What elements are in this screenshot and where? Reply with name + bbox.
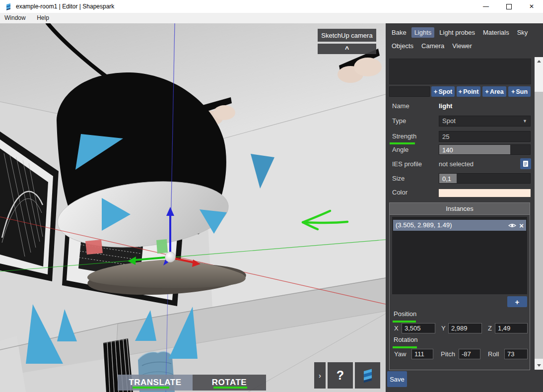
viewport-3d[interactable]: SketchUp camera ^ TRANSLATE ROTATE › ? — [0, 23, 386, 392]
menu-help[interactable]: Help — [32, 13, 54, 23]
maximize-button[interactable] — [497, 0, 520, 13]
sketchup-camera-button[interactable]: SketchUp camera — [318, 29, 376, 42]
gizmo-plane-y[interactable] — [156, 239, 168, 254]
translate-label: TRANSLATE — [129, 378, 181, 388]
instance-coordinates: (3.505, 2.989, 1.49) — [393, 220, 508, 231]
menu-window[interactable]: Window — [0, 13, 30, 23]
rotation-roll-input[interactable] — [504, 349, 528, 359]
tab-light-probes[interactable]: Light probes — [436, 27, 478, 38]
rotation-roll-label: Roll — [488, 350, 499, 358]
window-controls: — ✕ — [475, 0, 543, 13]
add-instance-button[interactable]: + — [507, 296, 527, 307]
triangle-up-icon — [537, 60, 541, 63]
position-modified-underline — [393, 321, 416, 323]
rotate-button[interactable]: ROTATE — [193, 375, 266, 391]
position-z-input[interactable] — [495, 323, 528, 333]
tab-materials[interactable]: Materials — [480, 27, 512, 38]
help-button[interactable]: ? — [328, 362, 353, 389]
plus-icon: + — [511, 88, 515, 95]
instance-row[interactable]: (3.505, 2.989, 1.49) × — [393, 220, 526, 231]
triangle-down-icon — [537, 364, 541, 367]
scrollbar-up-arrow[interactable] — [535, 57, 543, 65]
tab-objects[interactable]: Objects — [389, 41, 416, 51]
tab-viewer[interactable]: Viewer — [449, 41, 475, 51]
add-light-row: +Spot +Point +Area +Sun — [386, 86, 535, 97]
plus-icon: + — [434, 88, 438, 95]
add-area-label: Area — [490, 88, 504, 95]
strength-input[interactable] — [439, 131, 531, 142]
properties-panel: Bake Lights Light probes Materials Sky O… — [386, 23, 543, 392]
rotation-yaw-label: Yaw — [394, 350, 406, 358]
minimize-button[interactable]: — — [475, 0, 497, 13]
add-sun-label: Sun — [516, 88, 528, 95]
titlebar: example-room1 | Editor | Shapespark — ✕ — [0, 0, 543, 13]
panel-scrollbar[interactable] — [535, 57, 543, 370]
translate-button[interactable]: TRANSLATE — [118, 375, 193, 391]
shapespark-logo-button[interactable] — [355, 362, 380, 389]
color-swatch[interactable] — [439, 189, 531, 197]
instances-group: Instances (3.505, 2.989, 1.49) × + Posit… — [389, 202, 530, 370]
close-button[interactable]: ✕ — [520, 0, 543, 13]
shapespark-logo-icon — [360, 367, 375, 384]
rotation-yaw-input[interactable] — [411, 349, 433, 359]
minimize-icon: — — [483, 3, 489, 10]
instances-list[interactable]: (3.505, 2.989, 1.49) × — [392, 217, 527, 294]
plus-icon: + — [459, 88, 463, 95]
tab-camera[interactable]: Camera — [418, 41, 447, 51]
scene-canvas[interactable] — [0, 23, 386, 392]
ies-file-button[interactable] — [520, 158, 531, 169]
panel-expand-button[interactable]: › — [314, 362, 326, 389]
position-y-label: Y — [441, 325, 446, 332]
size-value: 0,1 — [442, 175, 451, 183]
help-icon: ? — [337, 368, 344, 383]
tab-sky[interactable]: Sky — [514, 27, 531, 38]
size-slider[interactable]: 0,1 — [439, 173, 531, 184]
menubar: Window Help — [0, 13, 543, 23]
chevron-right-icon: › — [319, 371, 321, 380]
instances-header: Instances — [390, 203, 530, 215]
new-light-name-input[interactable] — [389, 86, 430, 97]
window-title: example-room1 | Editor | Shapespark — [16, 0, 114, 13]
save-button[interactable]: Save — [387, 371, 407, 387]
add-area-button[interactable]: +Area — [482, 86, 506, 97]
type-label: Type — [392, 116, 406, 127]
delete-instance-icon[interactable]: × — [519, 222, 524, 229]
rotation-label: Rotation — [394, 336, 417, 343]
tab-lights[interactable]: Lights — [411, 27, 435, 38]
name-label: Name — [392, 101, 409, 112]
light-name-value: light — [439, 101, 452, 112]
scrollbar-down-arrow[interactable] — [535, 361, 543, 370]
position-label: Position — [394, 310, 416, 318]
add-sun-button[interactable]: +Sun — [508, 86, 531, 97]
gizmo-plane-x[interactable] — [85, 240, 103, 255]
angle-slider[interactable]: 140 — [439, 144, 531, 155]
rotation-pitch-input[interactable] — [459, 349, 480, 359]
scrollbar-thumb[interactable] — [535, 92, 543, 359]
angle-label: Angle — [392, 144, 408, 155]
plus-icon: + — [485, 88, 489, 95]
gizmo-origin-sphere[interactable] — [165, 252, 176, 262]
rotation-pitch-label: Pitch — [441, 350, 455, 358]
position-y-input[interactable] — [448, 323, 482, 333]
chevron-down-icon: ▼ — [523, 116, 527, 126]
lights-list[interactable] — [389, 59, 531, 84]
chevron-up-icon: ^ — [345, 47, 349, 52]
type-dropdown[interactable]: Spot ▼ — [439, 116, 531, 127]
type-value: Spot — [442, 117, 456, 125]
position-z-label: Z — [488, 325, 492, 332]
size-label: Size — [392, 173, 405, 184]
add-spot-button[interactable]: +Spot — [431, 86, 455, 97]
camera-collapse-button[interactable]: ^ — [318, 44, 376, 54]
maximize-icon — [506, 4, 512, 9]
angle-value: 140 — [442, 146, 453, 154]
position-x-input[interactable] — [402, 323, 435, 333]
rotation-modified-underline — [393, 346, 417, 348]
add-point-button[interactable]: +Point — [457, 86, 480, 97]
rotate-label: ROTATE — [212, 378, 247, 388]
tab-bake[interactable]: Bake — [389, 27, 409, 38]
eye-icon[interactable] — [508, 223, 516, 228]
add-spot-label: Spot — [438, 88, 452, 95]
close-icon: ✕ — [529, 3, 534, 10]
position-x-label: X — [394, 325, 399, 332]
strength-label: Strength — [392, 131, 416, 142]
